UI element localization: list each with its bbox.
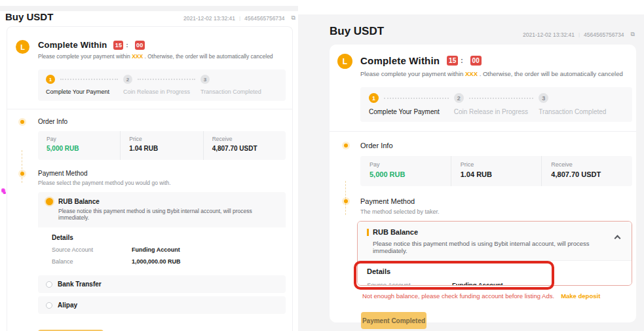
step-1: 1 Complete Your Payment bbox=[369, 93, 454, 115]
source-account-row: Source Account Funding Account bbox=[367, 281, 622, 286]
section-bullet bbox=[20, 172, 24, 176]
method-rub-notice: Please notice this payment method is usi… bbox=[373, 240, 622, 254]
method-details: Details Source Account Funding Account B… bbox=[38, 227, 286, 272]
order-card: L Complete Within 15 : 00 Please complet… bbox=[7, 26, 293, 331]
copy-icon[interactable]: ⧉ bbox=[631, 31, 635, 38]
order-timestamp: 2021-12-02 13:32:41 bbox=[183, 15, 235, 22]
pay-value: 5,000 RUB bbox=[369, 170, 451, 178]
payment-method-sub: Please select the payment method you wou… bbox=[38, 180, 292, 186]
make-deposit-link[interactable]: Make deposit bbox=[561, 292, 600, 300]
section-bullet bbox=[344, 199, 348, 203]
balance-row: Balance 1,000,000.00 RUB bbox=[52, 258, 278, 265]
order-meta: 2021-12-02 13:32:41 | 4564565756734 ⧉ bbox=[523, 31, 635, 38]
order-info-box: Pay 5,000 RUB Price 1.04 RUB Receive 4,8… bbox=[360, 156, 632, 186]
accent-bar-icon bbox=[367, 229, 369, 236]
payment-method-section: Payment Method The method selected by ta… bbox=[330, 197, 636, 215]
step-1: 1 Complete Your Payment bbox=[46, 75, 123, 95]
radio-selected-icon[interactable] bbox=[46, 198, 53, 205]
receive-column: Receive 4,807.70 USDT bbox=[541, 156, 632, 186]
divider bbox=[330, 131, 636, 132]
method-rub-notice: Please notice this payment method is usi… bbox=[58, 208, 278, 221]
timer-seconds-badge: 00 bbox=[470, 56, 482, 66]
section-bullet bbox=[20, 120, 24, 124]
progress-stepper: 1 Complete Your Payment 2 Coin Release i… bbox=[38, 69, 286, 101]
page-title: Buy USDT bbox=[330, 25, 384, 38]
balance-error-row: Not enough balance, please check funding… bbox=[362, 292, 632, 300]
complete-within-title: Complete Within 15 : 00 bbox=[38, 40, 286, 50]
step-3: 3 Transaction Completed bbox=[200, 75, 278, 95]
price-column: Price 1.04 RUB bbox=[120, 131, 202, 160]
counterparty-avatar: L bbox=[337, 54, 352, 69]
step-3-dot: 3 bbox=[539, 93, 548, 103]
countdown-note: Please complete your payment within XXX … bbox=[38, 53, 286, 60]
countdown-placeholder: XXX bbox=[465, 70, 478, 77]
payment-method-sub: The method selected by taker. bbox=[360, 208, 636, 215]
price-column: Price 1.04 RUB bbox=[451, 156, 542, 186]
price-value: 1.04 RUB bbox=[461, 170, 542, 178]
receive-value: 4,807.70 USDT bbox=[212, 145, 286, 152]
radio-unselected-icon[interactable] bbox=[46, 302, 52, 309]
method-rub-header[interactable]: RUB Balance Please notice this payment m… bbox=[358, 222, 632, 261]
complete-within-header: L Complete Within 15 : 00 Please complet… bbox=[7, 27, 292, 60]
payment-method-label: Payment Method bbox=[360, 197, 636, 205]
copy-icon[interactable]: ⧉ bbox=[292, 14, 295, 22]
panel-right: Buy USDT 2021-12-02 13:32:41 | 456456575… bbox=[298, 0, 644, 331]
step-1-dot: 1 bbox=[369, 93, 379, 103]
receive-value: 4,807.70 USDT bbox=[551, 170, 632, 178]
countdown-placeholder: XXX bbox=[132, 53, 143, 60]
step-connector bbox=[138, 79, 195, 80]
timer-minutes-badge: 15 bbox=[447, 56, 458, 66]
order-info-box: Pay 5,000 RUB Price 1.04 RUB Receive 4,8… bbox=[38, 131, 286, 160]
stray-pink-artifact bbox=[1, 188, 6, 194]
step-connector bbox=[60, 79, 118, 80]
section-bullet bbox=[344, 144, 348, 147]
method-details: Details Source Account Funding Account B… bbox=[358, 261, 632, 286]
complete-within-header: L Complete Within 15 : 00 Please complet… bbox=[330, 45, 636, 77]
step-connector bbox=[384, 98, 449, 99]
radio-unselected-icon[interactable] bbox=[46, 281, 52, 288]
order-timestamp: 2021-12-02 13:32:41 bbox=[523, 31, 575, 38]
order-id: 4564565756734 bbox=[584, 31, 624, 38]
page-title: Buy USDT bbox=[5, 11, 53, 22]
order-info-section: Order Info Pay 5,000 RUB Price 1.04 RUB … bbox=[330, 142, 636, 186]
complete-within-title: Complete Within 15 : 00 bbox=[360, 55, 632, 66]
pay-value: 5,000 RUB bbox=[47, 145, 120, 152]
payment-method-section: Payment Method Please select the payment… bbox=[7, 170, 292, 314]
source-account-row: Source Account Funding Account bbox=[52, 246, 278, 253]
step-2-dot: 2 bbox=[454, 93, 464, 103]
progress-stepper: 1 Complete Your Payment 2 Coin Release i… bbox=[360, 87, 632, 122]
pay-column: Pay 5,000 RUB bbox=[38, 131, 120, 160]
payment-method-list: RUB Balance Please notice this payment m… bbox=[38, 192, 286, 314]
panel-left: Buy USDT 2021-12-02 13:32:41 | 456456575… bbox=[0, 0, 298, 331]
step-2: 2 Coin Release in Progress bbox=[123, 75, 200, 95]
step-3-dot: 3 bbox=[200, 75, 210, 84]
timer-seconds-badge: 00 bbox=[135, 41, 145, 50]
step-2: 2 Coin Release in Progress bbox=[454, 93, 539, 115]
method-alipay[interactable]: Alipay bbox=[38, 296, 286, 314]
timer-minutes-badge: 15 bbox=[113, 41, 123, 50]
screenshot-canvas: Buy USDT 2021-12-02 13:32:41 | 456456575… bbox=[0, 0, 644, 331]
error-message: Not enough balance, please check funding… bbox=[362, 292, 554, 300]
page-top-strip bbox=[0, 6, 298, 11]
payment-method-label: Payment Method bbox=[38, 170, 292, 177]
receive-column: Receive 4,807.70 USDT bbox=[203, 131, 286, 160]
method-rub-balance: RUB Balance Please notice this payment m… bbox=[357, 221, 632, 286]
payment-completed-button[interactable]: Payment Completed bbox=[361, 312, 426, 329]
step-1-dot: 1 bbox=[46, 75, 55, 84]
order-info-label: Order Info bbox=[38, 118, 292, 125]
order-info-section: Order Info Pay 5,000 RUB Price 1.04 RUB … bbox=[7, 118, 292, 160]
pay-column: Pay 5,000 RUB bbox=[360, 156, 451, 186]
step-2-dot: 2 bbox=[123, 75, 132, 84]
countdown-note: Please complete your payment within XXX … bbox=[360, 70, 632, 77]
divider bbox=[7, 109, 292, 109]
step-3: 3 Transaction Completed bbox=[539, 93, 624, 115]
counterparty-avatar: L bbox=[16, 40, 29, 54]
method-rub-balance: RUB Balance Please notice this payment m… bbox=[38, 192, 286, 272]
method-rub-header[interactable]: RUB Balance Please notice this payment m… bbox=[38, 192, 286, 226]
price-value: 1.04 RUB bbox=[129, 145, 202, 152]
order-card: L Complete Within 15 : 00 Please complet… bbox=[330, 45, 636, 322]
order-info-label: Order Info bbox=[360, 142, 636, 149]
step-connector bbox=[469, 98, 534, 99]
method-bank-transfer[interactable]: Bank Transfer bbox=[38, 275, 286, 293]
order-id: 4564565756734 bbox=[244, 15, 284, 22]
